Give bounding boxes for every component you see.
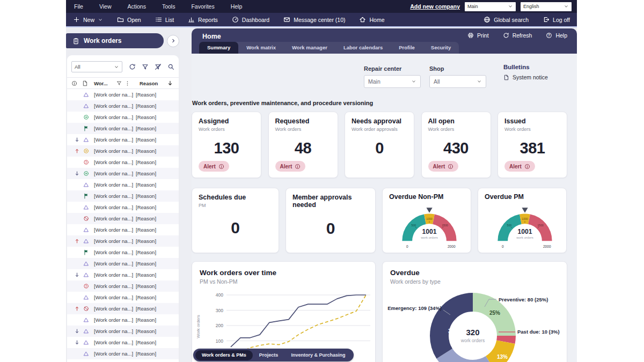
toolbar-message-center[interactable]: Message center (10) bbox=[276, 13, 352, 26]
svg-text:100: 100 bbox=[216, 338, 223, 344]
shop-select[interactable]: All bbox=[429, 75, 486, 88]
info-icon[interactable] bbox=[71, 80, 77, 86]
menu-help[interactable]: Help bbox=[223, 3, 251, 10]
search-icon[interactable] bbox=[167, 63, 174, 70]
status-ban-icon bbox=[83, 306, 89, 312]
toolbar-list[interactable]: List bbox=[148, 13, 181, 26]
alert-button[interactable]: Alert bbox=[428, 161, 459, 172]
toolbar-new[interactable]: New bbox=[66, 13, 110, 26]
work-order-row[interactable]: [Work order na...][Reason] bbox=[67, 89, 179, 100]
language-select[interactable]: English bbox=[521, 2, 572, 11]
work-order-row[interactable]: [Work order na...][Reason] bbox=[67, 269, 179, 280]
kpi-subtitle: Work orders bbox=[428, 127, 484, 132]
menu-file[interactable]: File bbox=[66, 3, 91, 10]
status-ban-icon bbox=[83, 216, 89, 221]
filter-clear-icon[interactable] bbox=[155, 63, 162, 70]
tab-summary[interactable]: Summary bbox=[199, 42, 238, 54]
page-title: Home bbox=[202, 33, 221, 40]
alert-button[interactable]: Alert bbox=[504, 161, 535, 172]
dashboard-content: Repair center Main Shop All Bulletins Sy… bbox=[192, 54, 577, 362]
company-select[interactable]: Main bbox=[465, 2, 516, 11]
work-order-row[interactable]: [Work order na...][Reason] bbox=[67, 247, 179, 258]
svg-text:1000: 1000 bbox=[426, 217, 433, 220]
column-filter-icon[interactable] bbox=[116, 80, 122, 86]
work-order-row[interactable]: [Work order na...][Reason] bbox=[67, 258, 179, 269]
menu-bar: FileViewActionsToolsFavoritesHelp Add ne… bbox=[66, 0, 577, 13]
tab-work-manager[interactable]: Work manager bbox=[284, 42, 335, 54]
work-order-row[interactable]: [Work order na...][Reason] bbox=[67, 280, 179, 292]
tab-work-matrix[interactable]: Work matrix bbox=[238, 42, 284, 54]
repair-center-select[interactable]: Main bbox=[364, 75, 421, 88]
kpi-subtitle: Work orders bbox=[199, 127, 254, 132]
menu-view[interactable]: View bbox=[91, 3, 120, 10]
sidebar-expand-button[interactable] bbox=[167, 35, 179, 47]
work-order-row[interactable]: [Work order na...][Reason] bbox=[67, 314, 179, 326]
menu-tools[interactable]: Tools bbox=[154, 3, 184, 10]
refresh-button[interactable]: Refresh bbox=[503, 32, 532, 39]
work-order-row[interactable]: [Work order na...][Reason] bbox=[67, 292, 179, 303]
sidebar: Work orders All bbox=[66, 28, 180, 362]
svg-text:34%: 34% bbox=[448, 328, 459, 334]
work-order-row[interactable]: [Work order na...][Reason] bbox=[67, 145, 179, 157]
svg-text:500: 500 bbox=[507, 224, 512, 227]
work-order-row[interactable]: [Work order na...][Reason] bbox=[67, 337, 179, 348]
sidebar-filter-select[interactable]: All bbox=[71, 61, 122, 72]
kpi-card-requested: RequestedWork orders48Alert bbox=[268, 112, 338, 178]
tab-labor-calendars[interactable]: Labor calendars bbox=[335, 42, 391, 54]
bottom-tab-work-orders-pms[interactable]: Work orders & PMs bbox=[195, 350, 253, 360]
kpi-title: Issued bbox=[504, 117, 560, 125]
svg-text:1001: 1001 bbox=[422, 228, 436, 235]
menu-actions[interactable]: Actions bbox=[120, 3, 154, 10]
status-alert-icon bbox=[83, 159, 89, 165]
work-order-row[interactable]: [Work order na...][Reason] bbox=[67, 202, 179, 213]
toolbar-open[interactable]: Open bbox=[110, 13, 148, 26]
work-order-row[interactable]: [Work order na...][Reason] bbox=[67, 134, 179, 145]
bottom-tab-projects[interactable]: Projects bbox=[253, 349, 285, 361]
work-order-row[interactable]: [Work order na...][Reason] bbox=[67, 348, 179, 359]
work-order-row[interactable]: [Work order na...][Reason] bbox=[67, 190, 179, 202]
kebab-menu-icon[interactable] bbox=[125, 80, 130, 86]
chevron-down-icon bbox=[477, 79, 482, 84]
work-order-name: [Work order na...] bbox=[94, 294, 136, 300]
tab-security[interactable]: Security bbox=[423, 42, 459, 54]
work-order-row[interactable]: [Work order na...][Reason] bbox=[67, 179, 179, 190]
column-work-order[interactable]: Wor... bbox=[94, 80, 116, 86]
work-order-row[interactable]: [Work order na...][Reason] bbox=[67, 213, 179, 224]
refresh-icon[interactable] bbox=[129, 63, 136, 70]
folder-icon bbox=[117, 16, 124, 23]
alert-button[interactable]: Alert bbox=[199, 161, 229, 172]
toolbar-dashboard[interactable]: Dashboard bbox=[225, 13, 276, 26]
menu-favorites[interactable]: Favorites bbox=[183, 3, 222, 10]
bottom-tab-inventory-purchasing[interactable]: Inventory & Purchasing bbox=[284, 349, 352, 361]
help-button[interactable]: ?Help bbox=[546, 32, 567, 39]
print-button[interactable]: Print bbox=[467, 32, 489, 39]
toolbar-home[interactable]: Home bbox=[352, 13, 391, 26]
add-new-company-link[interactable]: Add new company bbox=[410, 3, 460, 10]
work-order-row[interactable]: [Work order na...][Reason] bbox=[67, 112, 179, 123]
sidebar-title-work-orders[interactable]: Work orders bbox=[66, 33, 164, 48]
toolbar-reports[interactable]: Reports bbox=[181, 13, 225, 26]
document-icon[interactable] bbox=[82, 80, 88, 86]
filter-icon[interactable] bbox=[142, 63, 149, 70]
chart-icon bbox=[188, 16, 195, 23]
work-order-row[interactable]: [Work order na...][Reason] bbox=[67, 326, 179, 337]
work-order-reason: [Reason] bbox=[136, 351, 177, 357]
work-order-row[interactable]: [Work order na...][Reason] bbox=[67, 123, 179, 134]
work-order-row[interactable]: [Work order na...][Reason] bbox=[67, 235, 179, 247]
work-order-row[interactable]: [Work order na...][Reason] bbox=[67, 100, 179, 112]
column-reason[interactable]: Reason bbox=[132, 80, 167, 86]
work-order-row[interactable]: [Work order na...][Reason] bbox=[67, 157, 179, 168]
work-order-name: [Work order na...] bbox=[94, 216, 136, 221]
chart-card-row: Work orders over time PM vs Non-PM 10020… bbox=[192, 261, 567, 362]
tab-profile[interactable]: Profile bbox=[391, 42, 423, 54]
section-title: Work orders, preventive maintenance, and… bbox=[192, 100, 373, 106]
work-order-row[interactable]: [Work order na...][Reason] bbox=[67, 303, 179, 314]
bulletin-system-notice[interactable]: System notice bbox=[503, 74, 548, 80]
work-order-row[interactable]: [Work order na...][Reason] bbox=[67, 168, 179, 179]
sort-descending-icon[interactable] bbox=[167, 80, 173, 86]
work-order-row[interactable]: [Work order na...][Reason] bbox=[67, 224, 179, 235]
toolbar-global-search[interactable]: Global search bbox=[477, 16, 536, 23]
toolbar-log-off[interactable]: Log off bbox=[536, 16, 577, 23]
kpi-value: 0 bbox=[352, 139, 407, 157]
alert-button[interactable]: Alert bbox=[275, 161, 306, 172]
